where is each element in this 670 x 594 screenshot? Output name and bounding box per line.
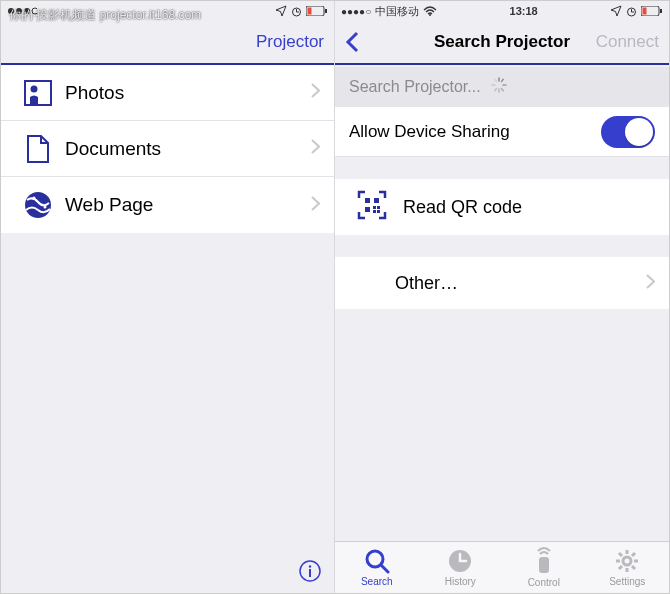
status-bar: 10:45 [1,1,334,21]
globe-icon [19,190,57,220]
svg-rect-32 [373,206,376,209]
main-menu: Photos Documents Web Page [1,65,334,233]
svg-rect-31 [365,207,370,212]
svg-rect-6 [325,9,327,13]
menu-item-label: Photos [57,82,311,104]
search-status-row: Search Projector... [335,67,669,107]
search-status-label: Search Projector... [349,78,481,96]
svg-point-9 [31,85,38,92]
menu-item-label: Documents [57,138,311,160]
svg-point-11 [33,197,36,200]
svg-rect-30 [374,198,379,203]
screen-projector-home: 10:45 Projector Photos Documents [1,1,335,593]
svg-line-37 [381,565,388,572]
allow-sharing-toggle[interactable] [601,116,655,148]
svg-line-46 [632,566,635,569]
svg-line-45 [619,553,622,556]
chevron-right-icon [646,274,655,293]
wifi-icon [423,6,437,16]
menu-item-photos[interactable]: Photos [1,65,334,121]
tab-label: Search [361,576,393,587]
allow-sharing-row: Allow Device Sharing [335,107,669,157]
info-button[interactable] [298,559,322,583]
svg-point-40 [623,557,631,565]
status-bar: ●●●●○ 中国移动 13:18 [335,1,669,21]
allow-sharing-label: Allow Device Sharing [349,122,601,142]
tab-label: Settings [609,576,645,587]
svg-rect-20 [643,8,647,15]
tab-label: History [445,576,476,587]
alarm-icon [291,6,302,17]
svg-rect-29 [365,198,370,203]
projector-nav-button[interactable]: Projector [256,32,324,52]
chevron-right-icon [311,196,320,215]
history-icon [447,548,473,574]
chevron-right-icon [311,83,320,102]
gear-icon [614,548,640,574]
carrier-label: 中国移动 [375,4,419,19]
qr-icon [357,190,387,224]
read-qr-row[interactable]: Read QR code [335,179,669,235]
documents-icon [19,134,57,164]
svg-rect-7 [308,8,312,15]
page-title: Search Projector [415,32,589,52]
svg-point-16 [429,14,431,16]
svg-line-48 [619,566,622,569]
svg-rect-35 [377,206,380,209]
svg-line-47 [632,553,635,556]
svg-rect-15 [309,569,311,577]
spinner-icon [491,77,507,97]
nav-header: Projector [1,21,334,65]
tab-control[interactable]: Control [502,542,586,593]
svg-point-2 [24,8,30,14]
svg-point-12 [44,206,47,209]
nav-header: Search Projector Connect [335,21,669,65]
tab-search[interactable]: Search [335,542,419,593]
menu-item-documents[interactable]: Documents [1,121,334,177]
battery-icon [641,6,663,16]
svg-rect-39 [539,557,549,573]
screen-search-projector: ●●●●○ 中国移动 13:18 Search Projector Connec… [335,1,669,593]
tab-settings[interactable]: Settings [586,542,670,593]
svg-rect-33 [377,210,380,213]
svg-point-0 [8,8,14,14]
tab-history[interactable]: History [419,542,503,593]
alarm-icon [626,6,637,17]
location-icon [275,5,287,17]
svg-line-28 [494,79,496,81]
location-icon [610,5,622,17]
back-button[interactable] [345,31,359,53]
tab-bar: Search History Control Settings [335,541,669,593]
menu-item-webpage[interactable]: Web Page [1,177,334,233]
svg-point-14 [309,565,311,567]
svg-point-3 [32,8,37,14]
svg-point-1 [16,8,22,14]
search-icon [364,548,390,574]
menu-item-label: Web Page [57,194,311,216]
signal-dots-icon [7,6,37,16]
connect-button[interactable]: Connect [596,32,659,52]
photos-icon [19,80,57,106]
svg-line-22 [501,79,503,81]
svg-line-24 [501,89,503,91]
battery-icon [306,6,328,16]
other-label: Other… [395,273,646,294]
tab-label: Control [528,577,560,588]
chevron-right-icon [311,139,320,158]
svg-line-26 [494,89,496,91]
read-qr-label: Read QR code [387,197,522,218]
svg-rect-19 [660,9,662,13]
status-time: 13:18 [437,5,610,17]
remote-icon [533,547,555,575]
svg-rect-34 [373,210,376,213]
other-row[interactable]: Other… [335,257,669,309]
